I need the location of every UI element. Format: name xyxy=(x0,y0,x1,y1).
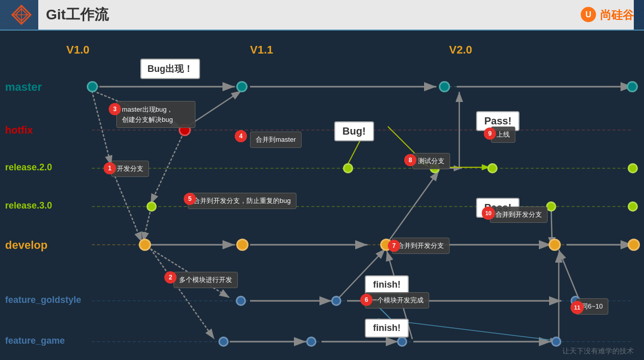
callout-master-bug: master出现bug，创建分支解决bug xyxy=(116,101,195,128)
brand-text: 尚硅谷 xyxy=(600,7,634,22)
badge-5: 5 xyxy=(184,193,196,205)
badge-2: 2 xyxy=(164,271,177,284)
arrows-svg xyxy=(0,31,644,360)
svg-line-31 xyxy=(151,133,184,204)
badge-8: 8 xyxy=(404,154,416,166)
svg-line-32 xyxy=(113,172,142,242)
node-release20-2 xyxy=(343,163,353,173)
version-v10: V1.0 xyxy=(66,43,89,57)
badge-6: 6 xyxy=(360,294,373,306)
callout-finish1: finish! xyxy=(365,275,409,294)
badge-7: 7 xyxy=(388,240,400,252)
branch-develop: develop xyxy=(5,239,47,252)
callout-dev-branch: 开发分支 xyxy=(111,161,149,177)
node-master-end xyxy=(627,81,638,92)
callout-bug-box: Bug! xyxy=(334,121,374,141)
node-master-v10 xyxy=(87,81,98,92)
branch-feature-gold: feature_goldstyle xyxy=(5,295,81,305)
node-gold-1 xyxy=(236,296,246,306)
callout-finish2: finish! xyxy=(365,319,409,338)
callout-merge-master: 合并到master xyxy=(250,132,302,148)
callout-bug-appear: Bug出现！ xyxy=(140,59,200,79)
node-develop-4 xyxy=(549,239,561,251)
svg-text:U: U xyxy=(585,10,591,19)
node-master-v11 xyxy=(236,81,247,92)
node-game-2 xyxy=(306,337,316,347)
callout-merge-dev3: 合并到开发分支 xyxy=(490,207,548,223)
branch-release20: release.2.0 xyxy=(5,162,52,173)
page-title: Git工作流 xyxy=(38,0,634,30)
branch-master: master xyxy=(5,81,42,94)
branch-feature-game: feature_game xyxy=(5,336,65,346)
svg-line-34 xyxy=(151,249,214,339)
node-game-4 xyxy=(551,337,561,347)
version-v20: V2.0 xyxy=(449,43,472,57)
node-release30-2 xyxy=(546,201,556,212)
node-develop-5 xyxy=(628,239,640,251)
node-game-1 xyxy=(218,337,229,347)
callout-merge-dev2: 合并到开发分支 xyxy=(392,238,450,254)
node-release30-1 xyxy=(146,201,157,212)
header: Git工作流 U 尚硅谷 xyxy=(0,0,644,31)
callout-one-module: 一个模块开发完成 xyxy=(365,292,429,308)
svg-line-43 xyxy=(143,208,151,242)
node-develop-2 xyxy=(236,239,249,251)
branch-hotfix: hotfix xyxy=(5,124,33,136)
branch-release30: release.3.0 xyxy=(5,200,52,211)
node-release20-5 xyxy=(628,163,638,173)
footer-text: 让天下没有难学的技术 xyxy=(562,347,634,356)
badge-10: 10 xyxy=(482,207,495,220)
node-game-3 xyxy=(397,337,407,347)
badge-1: 1 xyxy=(104,162,116,174)
badge-3: 3 xyxy=(109,103,121,115)
callout-test-branch: 测试分支 xyxy=(412,153,450,169)
badge-4: 4 xyxy=(235,130,247,142)
svg-line-47 xyxy=(559,250,579,300)
node-master-v20 xyxy=(439,81,450,92)
node-release20-4 xyxy=(487,163,498,173)
main-diagram: V1.0 V1.1 V2.0 master hotfix release.2.0… xyxy=(0,31,644,360)
badge-11: 11 xyxy=(571,301,584,314)
svg-line-30 xyxy=(92,91,111,166)
node-develop-1 xyxy=(139,239,151,251)
svg-line-37 xyxy=(388,171,439,242)
node-release30-3 xyxy=(628,201,638,212)
node-gold-2 xyxy=(331,296,341,306)
callout-multi-module: 多个模块进行开发 xyxy=(174,272,238,288)
badge-9: 9 xyxy=(484,127,496,140)
version-v11: V1.1 xyxy=(250,43,273,57)
callout-merge-dev: 合并到开发分支，防止重复的bug xyxy=(188,193,296,209)
git-logo xyxy=(10,4,33,27)
brand-logo: U 尚硅谷 xyxy=(580,6,634,24)
brand-icon: U xyxy=(580,6,598,24)
